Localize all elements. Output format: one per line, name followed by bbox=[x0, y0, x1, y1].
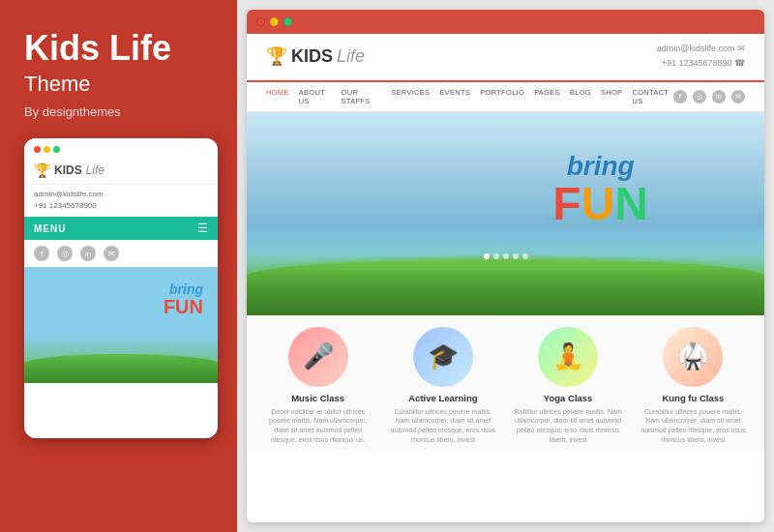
class-item-yoga: 🧘 Yoga Class Rablitur ultrices pouere ma… bbox=[512, 327, 625, 445]
hero-dot-3[interactable] bbox=[503, 253, 509, 259]
hero-dot-2[interactable] bbox=[493, 253, 499, 259]
hero-text-container: bring FUN bbox=[552, 151, 648, 226]
nav-instagram-icon[interactable]: ◎ bbox=[693, 90, 706, 103]
nav-portfolio[interactable]: PORTFOLIO bbox=[480, 88, 524, 105]
mobile-life-text: Life bbox=[86, 163, 104, 177]
hero-grass bbox=[247, 262, 764, 315]
fun-letter-u: U bbox=[581, 178, 615, 229]
nav-services[interactable]: SERVICES bbox=[391, 88, 430, 105]
left-panel: Kids Life Theme By designthemes 🏆 KIDS L… bbox=[0, 0, 237, 532]
browser-top-bar bbox=[247, 10, 764, 34]
browser-content: 🏆 KIDS Life admin@kidslife.com ✉ +91 123… bbox=[247, 34, 764, 453]
class-avatar-kungfu: 🥋 bbox=[663, 327, 723, 387]
nav-home[interactable]: HOME bbox=[266, 88, 289, 105]
mobile-contact: admin@kidslife.com +91 12345678900 bbox=[24, 185, 218, 218]
class-desc-kungfu: Curablitur ultrices pouere mattis. Nam u… bbox=[637, 407, 750, 445]
class-avatar-learning: 🎓 bbox=[413, 327, 473, 387]
class-avatar-music: 🎤 bbox=[288, 327, 348, 387]
class-name-music: Music Class bbox=[261, 393, 374, 403]
trophy-icon: 🏆 bbox=[266, 45, 287, 67]
site-header-wrapper: 🏆 KIDS Life admin@kidslife.com ✉ +91 123… bbox=[247, 34, 764, 80]
nav-about[interactable]: ABOUT US bbox=[299, 88, 332, 105]
nav-shop[interactable]: SHOP bbox=[601, 88, 622, 105]
class-item-learning: 🎓 Active Learning Curablitur ultrices po… bbox=[386, 327, 499, 445]
class-name-kungfu: Kung fu Class bbox=[637, 393, 750, 403]
hero-section: bring FUN bbox=[247, 112, 764, 315]
mobile-facebook-icon[interactable]: f bbox=[34, 246, 49, 261]
class-name-yoga: Yoga Class bbox=[512, 393, 625, 403]
nav-contact[interactable]: CONTACT US bbox=[632, 88, 673, 105]
hero-dot-4[interactable] bbox=[513, 253, 519, 259]
fun-letter-n: N bbox=[614, 178, 648, 229]
nav-events[interactable]: EVENTS bbox=[439, 88, 470, 105]
life-text: Life bbox=[337, 46, 365, 67]
mobile-kids-text: KIDS bbox=[54, 163, 82, 177]
fun-letter-f: F bbox=[552, 178, 580, 229]
nav-linkedin-icon[interactable]: in bbox=[712, 90, 726, 103]
hamburger-icon[interactable]: ☰ bbox=[197, 222, 208, 235]
kids-text: KIDS bbox=[291, 46, 333, 67]
browser-dot-yellow bbox=[270, 17, 279, 26]
site-contact-info: admin@kidslife.com ✉ +91 12345678890 ☎ bbox=[657, 42, 745, 72]
mobile-fun-text: FUN bbox=[164, 297, 203, 316]
mobile-trophy-icon: 🏆 bbox=[34, 163, 50, 178]
mobile-grass bbox=[24, 354, 218, 383]
nav-facebook-icon[interactable]: f bbox=[673, 90, 687, 103]
hero-dot-1[interactable] bbox=[484, 253, 490, 259]
theme-title: Kids Life bbox=[24, 29, 213, 68]
mobile-bring-text: bring bbox=[164, 281, 203, 297]
class-item-kungfu: 🥋 Kung fu Class Curablitur ultrices poue… bbox=[637, 327, 750, 445]
hero-slider-dots[interactable] bbox=[484, 253, 528, 259]
mobile-social-bar: f ◎ in ✉ bbox=[24, 240, 218, 267]
browser-dot-red bbox=[256, 17, 265, 26]
mobile-menu-label: MENU bbox=[34, 223, 66, 234]
mobile-hero: bring FUN bbox=[24, 267, 218, 383]
nav-social: f ◎ in ✉ bbox=[673, 90, 745, 103]
theme-subtitle: Theme bbox=[24, 72, 213, 97]
nav-rss-icon[interactable]: ✉ bbox=[731, 90, 745, 103]
browser-dot-green bbox=[283, 17, 292, 26]
classes-grid: 🎤 Music Class Decor ostdicar er abitur u… bbox=[261, 327, 750, 445]
browser-window: 🏆 KIDS Life admin@kidslife.com ✉ +91 123… bbox=[247, 10, 764, 522]
hero-fun-text: FUN bbox=[552, 182, 648, 226]
theme-author: By designthemes bbox=[24, 104, 213, 119]
mobile-dot-yellow bbox=[44, 146, 50, 153]
mobile-email: admin@kidslife.com bbox=[34, 189, 208, 201]
nav-links: HOME ABOUT US OUR STAFFS SERVICES EVENTS… bbox=[266, 88, 673, 105]
right-panel: 🏆 KIDS Life admin@kidslife.com ✉ +91 123… bbox=[237, 0, 774, 532]
nav-blog[interactable]: BLOG bbox=[570, 88, 591, 105]
mobile-instagram-icon[interactable]: ◎ bbox=[57, 246, 73, 261]
class-name-learning: Active Learning bbox=[386, 393, 499, 403]
classes-section: 🎤 Music Class Decor ostdicar er abitur u… bbox=[247, 315, 764, 453]
nav-pages[interactable]: PAGES bbox=[534, 88, 560, 105]
mobile-phone: +91 12345678900 bbox=[34, 200, 208, 213]
mobile-hero-text: bring FUN bbox=[164, 281, 203, 316]
class-desc-music: Decor ostdicar er abitur ultrices pouere… bbox=[261, 407, 374, 445]
site-header: 🏆 KIDS Life admin@kidslife.com ✉ +91 123… bbox=[247, 34, 764, 80]
mobile-top-bar bbox=[24, 138, 218, 157]
site-email: admin@kidslife.com ✉ bbox=[657, 42, 745, 56]
class-avatar-yoga: 🧘 bbox=[538, 327, 598, 387]
mobile-rss-icon[interactable]: ✉ bbox=[104, 246, 119, 261]
hero-dot-5[interactable] bbox=[522, 253, 528, 259]
class-item-music: 🎤 Music Class Decor ostdicar er abitur u… bbox=[261, 327, 374, 445]
mobile-linkedin-icon[interactable]: in bbox=[80, 246, 96, 261]
class-desc-learning: Curablitur ultrices pouere mattis. Nam u… bbox=[386, 407, 499, 445]
mobile-site-header: 🏆 KIDS Life bbox=[24, 157, 218, 185]
site-phone: +91 12345678890 ☎ bbox=[657, 56, 745, 71]
nav-staffs[interactable]: OUR STAFFS bbox=[342, 88, 382, 105]
mobile-dot-green bbox=[53, 146, 60, 153]
class-desc-yoga: Rablitur ultrices pouere mattis. Nam ull… bbox=[512, 407, 625, 445]
site-nav: HOME ABOUT US OUR STAFFS SERVICES EVENTS… bbox=[247, 80, 764, 112]
mobile-menu-bar[interactable]: MENU ☰ bbox=[24, 217, 218, 240]
mobile-mockup: 🏆 KIDS Life admin@kidslife.com +91 12345… bbox=[24, 138, 218, 438]
mobile-dot-red bbox=[34, 146, 41, 153]
site-logo: 🏆 KIDS Life bbox=[266, 45, 365, 67]
